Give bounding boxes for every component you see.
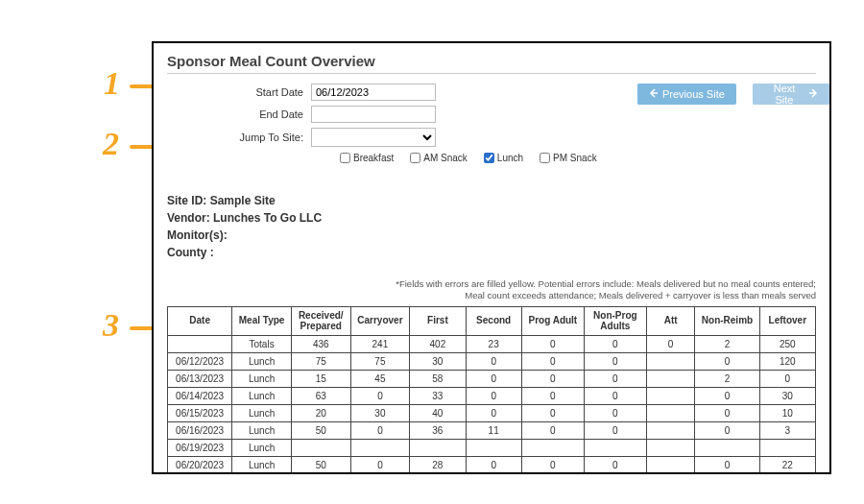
breakfast-checkbox[interactable] (340, 153, 350, 163)
table-cell: 06/16/2023 (168, 421, 232, 439)
table-cell: 40 (410, 404, 466, 421)
table-cell (695, 439, 759, 456)
table-cell: 0 (521, 421, 584, 439)
previous-site-button[interactable]: Previous Site (637, 84, 736, 105)
table-cell: 0 (584, 370, 646, 387)
table-cell: 250 (759, 335, 815, 352)
meal-count-table: DateMeal TypeReceived/PreparedCarryoverF… (167, 306, 816, 474)
am-snack-checkbox-label[interactable]: AM Snack (410, 153, 468, 163)
table-cell: 0 (350, 387, 410, 404)
table-row: 06/14/2023Lunch63033000030 (168, 387, 816, 404)
table-cell: 50 (291, 456, 350, 473)
site-id-value: Sample Site (210, 194, 276, 207)
table-cell (168, 335, 232, 352)
am-snack-text: AM Snack (423, 153, 468, 163)
county-label: County : (167, 246, 214, 259)
table-cell: 58 (410, 370, 466, 387)
table-cell: 0 (521, 352, 584, 370)
table-header-cell: Leftover (759, 306, 815, 335)
am-snack-checkbox[interactable] (410, 153, 420, 163)
table-cell: 0 (521, 387, 584, 404)
table-cell: 0 (521, 335, 584, 352)
table-cell: 15 (291, 370, 350, 387)
breakfast-checkbox-label[interactable]: Breakfast (340, 153, 394, 163)
table-header-cell: Meal Type (232, 306, 292, 335)
table-cell (646, 352, 694, 370)
table-cell: 36 (410, 421, 466, 439)
table-cell (646, 439, 694, 456)
table-cell: 0 (350, 456, 410, 473)
next-site-label: Next Site (764, 83, 804, 106)
table-row: 06/12/2023Lunch7575300000120 (168, 352, 816, 370)
arrow-right-icon (808, 88, 818, 100)
meal-type-filter: Breakfast AM Snack Lunch PM Snack (340, 153, 816, 163)
table-row: Totals436241402230002250 (168, 335, 816, 352)
start-date-input[interactable] (311, 84, 436, 101)
end-date-input[interactable] (311, 106, 436, 123)
table-cell: 33 (410, 387, 466, 404)
table-row: 06/13/2023Lunch15455800020 (168, 370, 816, 387)
table-cell (646, 404, 694, 421)
next-site-button[interactable]: Next Site (753, 84, 829, 105)
site-id-label: Site ID: (167, 194, 206, 207)
site-info-block: Site ID: Sample Site Vendor: Lunches To … (167, 192, 816, 261)
table-cell: 0 (466, 456, 521, 473)
end-date-label: End Date (167, 108, 311, 120)
table-cell (291, 439, 350, 456)
pm-snack-checkbox-label[interactable]: PM Snack (540, 153, 597, 163)
table-cell: 241 (350, 335, 410, 352)
monitor-label: Monitor(s): (167, 228, 228, 242)
app-window: Sponsor Meal Count Overview Start Date E… (152, 41, 831, 474)
table-cell: 2 (695, 335, 759, 352)
table-cell: Lunch (232, 404, 292, 421)
table-cell: Lunch (232, 370, 292, 387)
table-cell: Totals (232, 335, 292, 352)
previous-site-label: Previous Site (662, 88, 725, 100)
table-cell: 06/12/2023 (168, 352, 232, 370)
divider (167, 73, 816, 74)
table-header-cell: Non-ProgAdults (584, 306, 646, 335)
table-header-cell: Carryover (350, 306, 410, 335)
table-cell (646, 456, 694, 473)
arrow-left-icon (649, 88, 659, 100)
table-cell (646, 370, 694, 387)
table-cell: 0 (466, 352, 521, 370)
table-cell: Lunch (232, 456, 292, 473)
table-cell: 0 (759, 370, 815, 387)
pm-snack-checkbox[interactable] (540, 153, 550, 163)
table-cell: 0 (584, 421, 646, 439)
table-cell: 30 (410, 352, 466, 370)
jump-to-site-select[interactable] (311, 128, 436, 147)
table-cell: 120 (759, 352, 815, 370)
lunch-checkbox-label[interactable]: Lunch (484, 153, 523, 163)
table-cell: 0 (350, 421, 410, 439)
table-cell: 0 (521, 370, 584, 387)
table-footnote: *Fields with errors are filled yellow. P… (167, 278, 816, 302)
table-cell: 06/19/2023 (168, 439, 232, 456)
table-cell: 0 (521, 404, 584, 421)
table-cell: 0 (466, 387, 521, 404)
pm-snack-text: PM Snack (553, 153, 597, 163)
table-cell: 0 (584, 335, 646, 352)
table-cell (646, 387, 694, 404)
table-cell: 23 (466, 335, 521, 352)
table-cell: 06/14/2023 (168, 387, 232, 404)
footnote-line-1: *Fields with errors are filled yellow. P… (167, 278, 816, 290)
table-cell (466, 439, 521, 456)
table-cell: 22 (759, 456, 815, 473)
table-cell: 0 (695, 404, 759, 421)
table-cell: 0 (695, 456, 759, 473)
table-cell (584, 439, 646, 456)
table-header-cell: Att (646, 306, 694, 335)
jump-to-site-label: Jump To Site: (167, 132, 311, 143)
table-cell: 06/20/2023 (168, 456, 232, 473)
table-cell: 0 (521, 456, 584, 473)
table-row: 06/20/2023Lunch50028000022 (168, 456, 816, 473)
table-cell: 75 (350, 352, 410, 370)
table-cell: 50 (291, 421, 350, 439)
table-cell: 20 (291, 404, 350, 421)
table-cell: Lunch (232, 421, 292, 439)
lunch-checkbox[interactable] (484, 153, 494, 163)
table-cell: 0 (584, 387, 646, 404)
lunch-text: Lunch (497, 153, 523, 163)
